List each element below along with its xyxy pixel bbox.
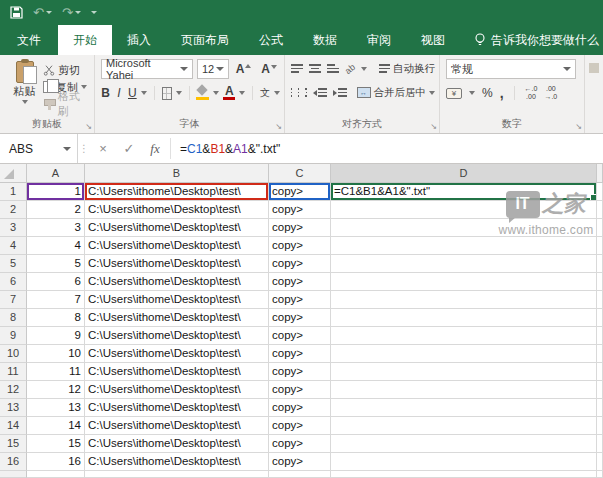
cell-E4[interactable] [597,237,603,255]
cell-A11[interactable]: 11 [27,363,85,381]
cell-E2[interactable] [597,201,603,219]
cell-B11[interactable]: C:\Users\ithome\Desktop\test\ [85,363,269,381]
merge-center-button[interactable]: ↔ 合并后居中 [357,86,436,100]
cell-D8[interactable] [331,309,597,327]
cell-A3[interactable]: 3 [27,219,85,237]
fill-color-dropdown-icon[interactable] [213,91,219,95]
accounting-dropdown-icon[interactable] [469,91,475,95]
cell-C10[interactable]: copy> [269,345,331,363]
cell-C13[interactable]: copy> [269,399,331,417]
cancel-button[interactable]: × [90,134,116,163]
clipboard-dialog-launcher-icon[interactable]: ↘ [85,123,92,131]
row-header-2[interactable]: 2 [0,201,27,219]
align-left-icon[interactable] [291,88,292,97]
row-header-partial[interactable] [0,471,27,478]
borders-icon[interactable] [162,87,172,100]
cell-A5[interactable]: 5 [27,255,85,273]
cell-A8[interactable]: 8 [27,309,85,327]
cell-B14[interactable]: C:\Users\ithome\Desktop\test\ [85,417,269,435]
name-box[interactable]: ABS [0,134,78,163]
cell-E6[interactable] [597,273,603,291]
customize-qat-icon[interactable] [91,11,97,14]
underline-button[interactable]: U [128,86,137,100]
orientation-icon[interactable]: ab [343,61,357,75]
cell-C9[interactable]: copy> [269,327,331,345]
cell-E13[interactable] [597,399,603,417]
format-painter-button[interactable]: 格式刷 [43,96,90,112]
cell-D10[interactable] [331,345,597,363]
comma-style-icon[interactable]: , [500,89,504,97]
decrease-indent-icon[interactable] [313,88,327,97]
cell-B6[interactable]: C:\Users\ithome\Desktop\test\ [85,273,269,291]
row-header-6[interactable]: 6 [0,273,27,291]
column-header-b[interactable]: B [85,164,269,183]
cell-E14[interactable] [597,417,603,435]
cell-A15[interactable]: 15 [27,435,85,453]
cell-A9[interactable]: 9 [27,327,85,345]
tab-view[interactable]: 视图 [406,25,460,55]
row-header-9[interactable]: 9 [0,327,27,345]
cell-B8[interactable]: C:\Users\ithome\Desktop\test\ [85,309,269,327]
cell-D6[interactable] [331,273,597,291]
align-middle-icon[interactable] [309,64,321,73]
column-header-c[interactable]: C [269,164,331,183]
row-header-16[interactable]: 16 [0,453,27,471]
cell-A4[interactable]: 4 [27,237,85,255]
cell-B15[interactable]: C:\Users\ithome\Desktop\test\ [85,435,269,453]
paste-button[interactable]: 粘贴 [6,59,43,117]
cell-D1[interactable]: =C1&B1&A1&".txt" [331,183,597,201]
cell-E7[interactable] [597,291,603,309]
cell-A13[interactable]: 13 [27,399,85,417]
cell-A7[interactable]: 7 [27,291,85,309]
percent-style-icon[interactable]: % [482,86,493,100]
tab-page-layout[interactable]: 页面布局 [166,25,244,55]
formula-input[interactable]: =C1&B1&A1&".txt" [173,134,603,163]
cell-E3[interactable] [597,219,603,237]
cell-D7[interactable] [331,291,597,309]
row-header-7[interactable]: 7 [0,291,27,309]
cell-C6[interactable]: copy> [269,273,331,291]
cell-E9[interactable] [597,327,603,345]
row-header-1[interactable]: 1 [0,183,27,201]
tab-file[interactable]: 文件 [0,25,58,55]
row-header-10[interactable]: 10 [0,345,27,363]
cell-D9[interactable] [331,327,597,345]
cell-D15[interactable] [331,435,597,453]
cell-B12[interactable]: C:\Users\ithome\Desktop\test\ [85,381,269,399]
font-family-select[interactable]: Microsoft Yahei [101,59,193,79]
orientation-dropdown-icon[interactable] [361,67,367,71]
cell-E11[interactable] [597,363,603,381]
align-right-icon[interactable] [305,88,306,97]
row-header-11[interactable]: 11 [0,363,27,381]
row-header-8[interactable]: 8 [0,309,27,327]
increase-decimal-icon[interactable]: ←.0 .00 [525,85,538,101]
italic-button[interactable]: I [114,86,123,100]
cell-E5[interactable] [597,255,603,273]
undo-icon[interactable]: ↶ [33,6,52,19]
cell-B4[interactable]: C:\Users\ithome\Desktop\test\ [85,237,269,255]
cell-C5[interactable]: copy> [269,255,331,273]
row-header-4[interactable]: 4 [0,237,27,255]
cell-B7[interactable]: C:\Users\ithome\Desktop\test\ [85,291,269,309]
cell-B1[interactable]: C:\Users\ithome\Desktop\test\ [85,183,269,201]
cell-E12[interactable] [597,381,603,399]
cell-A12[interactable]: 12 [27,381,85,399]
cell-A6[interactable]: 6 [27,273,85,291]
cell-E16[interactable] [597,453,603,471]
cell-C12[interactable]: copy> [269,381,331,399]
underline-dropdown-icon[interactable] [141,91,147,95]
formula-bar-resize-handle[interactable]: ⋮ [78,134,90,163]
number-dialog-launcher-icon[interactable]: ↘ [575,123,582,131]
font-dialog-launcher-icon[interactable]: ↘ [275,123,282,131]
cell-D14[interactable] [331,417,597,435]
cell-D11[interactable] [331,363,597,381]
cell-C15[interactable]: copy> [269,435,331,453]
grow-font-button[interactable]: A [233,62,255,76]
cell-D3[interactable] [331,219,597,237]
cut-button[interactable]: 剪切 [43,62,90,78]
cell-E15[interactable] [597,435,603,453]
cell-C7[interactable]: copy> [269,291,331,309]
cell-D16[interactable] [331,453,597,471]
cell-C2[interactable]: copy> [269,201,331,219]
merge-dropdown-icon[interactable] [429,91,435,95]
